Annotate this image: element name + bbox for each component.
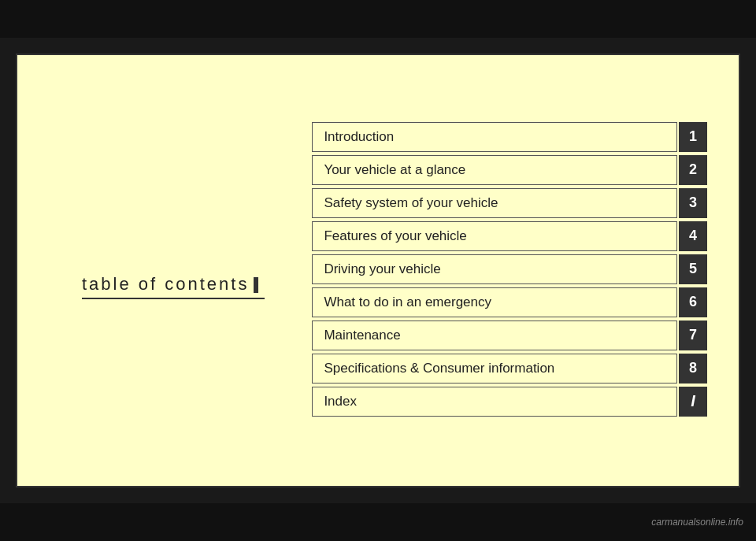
toc-row-emergency[interactable]: What to do in an emergency6 xyxy=(312,287,707,317)
toc-row-index[interactable]: IndexI xyxy=(312,387,707,417)
watermark-text: carmanualsonline.info xyxy=(651,517,743,528)
toc-row-maintenance[interactable]: Maintenance7 xyxy=(312,321,707,350)
toc-label: table of contents xyxy=(82,274,265,299)
toc-number-features: 4 xyxy=(679,221,707,251)
toc-item-emergency[interactable]: What to do in an emergency xyxy=(312,287,677,317)
toc-item-introduction[interactable]: Introduction xyxy=(312,122,677,152)
toc-number-driving: 5 xyxy=(679,254,707,284)
toc-row-driving[interactable]: Driving your vehicle5 xyxy=(312,254,707,284)
toc-number-safety-system: 3 xyxy=(679,188,707,218)
toc-item-maintenance[interactable]: Maintenance xyxy=(312,321,677,350)
toc-number-specifications: 8 xyxy=(679,354,707,384)
toc-item-driving[interactable]: Driving your vehicle xyxy=(312,254,677,284)
left-section: table of contents xyxy=(49,243,312,299)
toc-list: Introduction1Your vehicle at a glance2Sa… xyxy=(312,122,707,420)
toc-row-introduction[interactable]: Introduction1 xyxy=(312,122,707,152)
toc-row-specifications[interactable]: Specifications & Consumer information8 xyxy=(312,354,707,384)
main-content: table of contents Introduction1Your vehi… xyxy=(0,38,756,503)
toc-item-features[interactable]: Features of your vehicle xyxy=(312,221,677,251)
toc-row-features[interactable]: Features of your vehicle4 xyxy=(312,221,707,251)
bottom-bar: carmanualsonline.info xyxy=(0,503,756,541)
toc-number-index: I xyxy=(679,387,707,417)
toc-number-emergency: 6 xyxy=(679,287,707,317)
toc-number-maintenance: 7 xyxy=(679,321,707,350)
top-bar xyxy=(0,0,756,38)
toc-row-safety-system[interactable]: Safety system of your vehicle3 xyxy=(312,188,707,218)
toc-number-vehicle-at-glance: 2 xyxy=(679,155,707,185)
toc-item-vehicle-at-glance[interactable]: Your vehicle at a glance xyxy=(312,155,677,185)
toc-row-vehicle-at-glance[interactable]: Your vehicle at a glance2 xyxy=(312,155,707,185)
toc-item-index[interactable]: Index xyxy=(312,387,677,417)
toc-item-safety-system[interactable]: Safety system of your vehicle xyxy=(312,188,677,218)
toc-number-introduction: 1 xyxy=(679,122,707,152)
toc-item-specifications[interactable]: Specifications & Consumer information xyxy=(312,354,677,384)
content-box: table of contents Introduction1Your vehi… xyxy=(16,54,740,487)
